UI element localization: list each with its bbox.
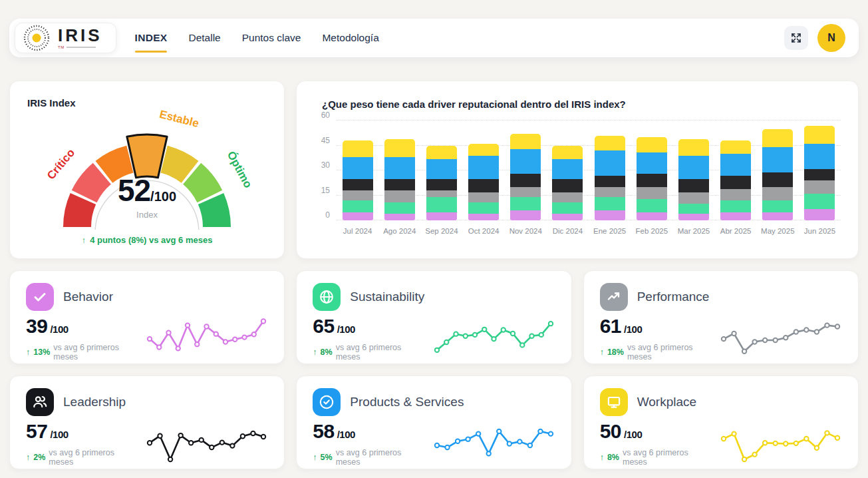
bar-column <box>715 120 757 220</box>
iris-mandala-icon <box>22 23 51 53</box>
globe-icon <box>313 283 341 311</box>
y-tick-label: 15 <box>321 186 330 195</box>
drivers-weight-chart-card: ¿Que peso tiene cada driver reputacional… <box>296 81 859 259</box>
bar-segment-sustainability <box>510 197 541 210</box>
bar-segment-products-services <box>510 149 541 174</box>
bar-segment-sustainability <box>468 202 499 214</box>
driver-score: 57/100 <box>26 420 140 443</box>
bar-segment-performance <box>343 190 373 200</box>
check-icon <box>26 283 54 311</box>
bar-segment-leadership <box>720 176 751 189</box>
main-tabs: INDEX Detalle Puntos clave Metodología <box>135 19 379 57</box>
x-tick-label: Jul 2024 <box>337 227 378 235</box>
bar-segment-leadership <box>468 179 499 192</box>
bar-column <box>463 120 505 220</box>
bar-column <box>672 120 714 220</box>
x-tick-label: Jun 2025 <box>799 227 841 235</box>
bar-segment-products-services <box>762 147 793 172</box>
gauge-sub-label: Index <box>31 210 263 220</box>
workplace-sparkline <box>719 416 842 468</box>
trend-up-icon <box>600 283 628 311</box>
bar-column <box>505 120 547 220</box>
bar-segment-workplace <box>510 134 541 149</box>
bar-segment-performance <box>678 192 709 204</box>
bar-segment-behavior <box>678 214 709 220</box>
bar-segment-leadership <box>552 179 583 192</box>
bar-segment-workplace <box>720 140 751 154</box>
bar-segment-products-services <box>343 157 373 179</box>
bar-segment-performance <box>468 192 499 202</box>
driver-card-products-services: Products & Services 58/100 ↑ 5% vs avg 6… <box>296 375 571 469</box>
top-row: IRIS Index Crítico Estable Óptimo 52/100… <box>9 81 859 259</box>
fullscreen-button[interactable] <box>784 26 808 50</box>
bar-segment-products-services <box>804 144 835 169</box>
bar-segment-workplace <box>678 139 709 156</box>
bar-segment-sustainability <box>552 202 583 214</box>
bar-segment-behavior <box>343 212 373 221</box>
bar-segment-leadership <box>595 176 625 188</box>
bar-segment-sustainability <box>804 194 835 209</box>
gauge: Crítico Estable Óptimo 52/100 Index <box>31 111 263 232</box>
tab-detalle[interactable]: Detalle <box>188 29 220 47</box>
bar-segment-sustainability <box>343 200 373 212</box>
bar-segment-behavior <box>595 210 625 220</box>
bar-segment-leadership <box>762 172 793 188</box>
bar-segment-performance <box>762 187 793 200</box>
bar-segment-sustainability <box>762 200 793 212</box>
chart-title: ¿Que peso tiene cada driver reputacional… <box>322 99 841 110</box>
bar-segment-workplace <box>804 126 835 144</box>
bar-segment-products-services <box>720 154 751 176</box>
driver-change: ↑ 8% vs avg 6 primeros meses <box>313 343 426 361</box>
driver-name: Leadership <box>63 395 126 409</box>
monitor-icon <box>600 388 628 416</box>
x-tick-label: Ene 2025 <box>589 227 631 235</box>
x-tick-label: May 2025 <box>757 227 799 235</box>
bar-segment-performance <box>384 190 415 202</box>
bar-segment-sustainability <box>595 197 625 210</box>
bar-segment-sustainability <box>720 200 751 212</box>
sustainability-sparkline <box>432 311 555 363</box>
y-tick-label: 60 <box>321 111 330 120</box>
driver-card-leadership: Leadership 57/100 ↑ 2% vs avg 6 primeros… <box>9 375 285 469</box>
user-avatar[interactable]: N <box>817 24 845 52</box>
driver-score: 65/100 <box>313 315 426 338</box>
driver-card-sustainability: Sustainability 65/100 ↑ 8% vs avg 6 prim… <box>296 270 571 364</box>
bar-column <box>589 120 631 220</box>
gauge-score: 52 <box>118 173 150 208</box>
bar-segment-leadership <box>343 179 373 191</box>
leadership-sparkline <box>145 416 268 468</box>
x-axis-labels: Jul 2024Ago 2024Sep 2024Oct 2024Nov 2024… <box>337 227 841 235</box>
bar-segment-workplace <box>552 146 583 159</box>
x-tick-label: Abr 2025 <box>715 227 757 235</box>
bar-segment-performance <box>552 192 583 202</box>
up-arrow-icon: ↑ <box>600 453 604 462</box>
bar-segment-sustainability <box>637 199 667 212</box>
bar-segment-products-services <box>384 157 415 179</box>
tab-metodologia[interactable]: Metodología <box>322 29 378 47</box>
driver-card-performance: Performance 61/100 ↑ 18% vs avg 6 primer… <box>583 270 859 364</box>
gauge-segment <box>127 134 167 178</box>
bar-column <box>757 120 799 220</box>
x-tick-label: Nov 2024 <box>505 227 547 235</box>
driver-name: Workplace <box>637 395 696 409</box>
driver-change: ↑ 5% vs avg 6 primeros meses <box>313 448 426 467</box>
brand-logo[interactable]: IRIS TM <box>15 23 116 53</box>
bar-segment-performance <box>426 190 457 197</box>
dashboard-page: IRIS TM INDEX Detalle Puntos clave Metod… <box>0 0 868 469</box>
bar-segment-workplace <box>637 137 667 152</box>
bar-segment-products-services <box>468 156 499 179</box>
bar-segment-workplace <box>468 144 499 156</box>
up-arrow-icon: ↑ <box>600 348 604 357</box>
bar-segment-products-services <box>552 159 583 179</box>
bar-column <box>337 120 378 220</box>
logo-trademark: TM <box>58 45 102 49</box>
bar-column <box>631 120 672 220</box>
y-axis: 015304560 <box>313 120 337 220</box>
bar-segment-performance <box>595 187 625 197</box>
driver-name: Products & Services <box>350 395 464 409</box>
plot-area <box>337 120 841 220</box>
bar-segment-leadership <box>678 179 709 192</box>
bar-segment-behavior <box>552 214 583 220</box>
tab-index[interactable]: INDEX <box>135 29 168 47</box>
tab-puntos-clave[interactable]: Puntos clave <box>242 29 301 47</box>
